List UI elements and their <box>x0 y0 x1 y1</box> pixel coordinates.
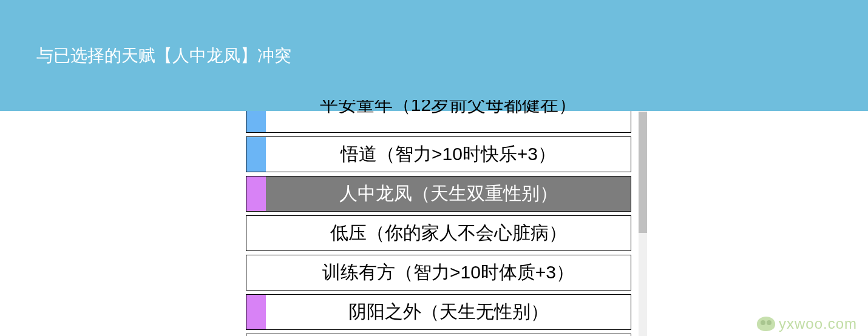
scrollbar-thumb[interactable] <box>639 112 647 233</box>
rarity-bar <box>246 295 266 329</box>
talent-row[interactable]: 阴阳之外（天生无性别） <box>246 294 631 330</box>
talent-row[interactable]: 悟道（智力>10时快乐+3） <box>246 136 631 172</box>
talent-label: 人中龙凤（天生双重性别） <box>266 176 631 211</box>
rarity-bar <box>246 137 266 172</box>
rarity-bar <box>246 216 266 250</box>
watermark: yxwoo.com <box>757 315 857 332</box>
talent-list: 平安童年（12岁前父母都健在） 悟道（智力>10时快乐+3） 人中龙凤（天生双重… <box>246 111 631 336</box>
scrollbar[interactable] <box>639 112 647 336</box>
talent-label: 悟道（智力>10时快乐+3） <box>266 137 631 172</box>
talent-label: 阴阳之外（天生无性别） <box>266 295 631 329</box>
rarity-bar <box>246 176 266 211</box>
watermark-icon <box>757 317 775 331</box>
conflict-banner: 与已选择的天赋【人中龙凤】冲突 <box>0 0 868 111</box>
conflict-message: 与已选择的天赋【人中龙凤】冲突 <box>36 44 291 67</box>
rarity-bar <box>246 255 266 290</box>
talent-label: 平安童年（12岁前父母都健在） <box>266 100 631 121</box>
talent-row[interactable] <box>246 334 631 336</box>
rarity-bar <box>246 111 266 132</box>
talent-row[interactable]: 训练有方（智力>10时体质+3） <box>246 255 631 291</box>
talent-label: 训练有方（智力>10时体质+3） <box>266 255 631 290</box>
watermark-text: yxwoo.com <box>779 315 857 332</box>
talent-row[interactable]: 人中龙凤（天生双重性别） <box>246 176 631 212</box>
talent-row[interactable]: 平安童年（12岁前父母都健在） <box>246 111 631 133</box>
talent-row[interactable]: 低压（你的家人不会心脏病） <box>246 215 631 251</box>
talent-label: 低压（你的家人不会心脏病） <box>266 216 631 250</box>
